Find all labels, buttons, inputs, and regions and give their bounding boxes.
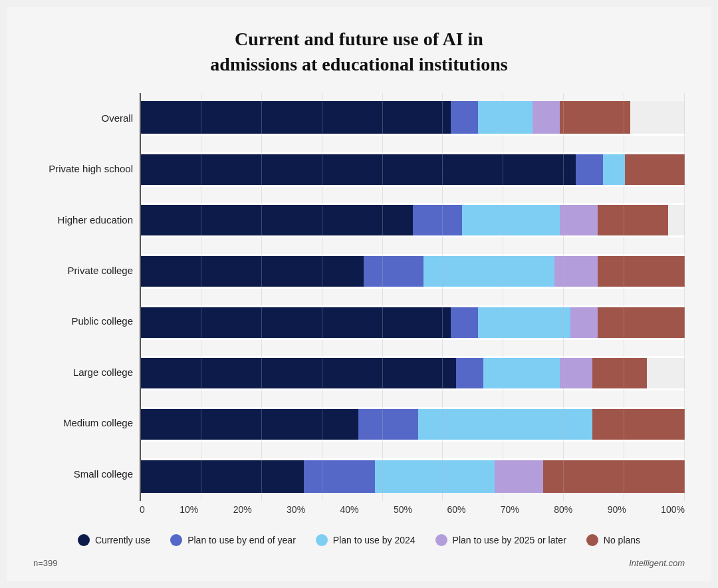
legend-label: Plan to use by 2025 or later <box>453 535 566 545</box>
bar-segment <box>451 101 478 134</box>
bar-segment <box>141 460 304 493</box>
sample-size: n=399 <box>33 558 58 568</box>
bar-segment <box>598 307 685 338</box>
x-tick: 100% <box>661 504 685 515</box>
bar-segment <box>598 256 685 287</box>
y-label: Private college <box>33 265 133 277</box>
x-tick: 70% <box>501 504 519 515</box>
legend-label: No plans <box>604 535 640 545</box>
legend-dot <box>586 534 598 546</box>
x-tick: 0 <box>140 504 145 515</box>
legend-item: Currently use <box>78 534 150 546</box>
x-tick: 40% <box>340 504 359 515</box>
bar-segment <box>603 154 625 185</box>
bar-segment <box>560 358 592 388</box>
bar-segment <box>625 154 685 185</box>
legend-item: Plan to use by 2025 or later <box>435 534 566 546</box>
y-label: Overall <box>33 112 133 124</box>
bar-segment <box>495 460 544 493</box>
bar-segment <box>554 256 598 287</box>
bar-segment <box>456 358 483 388</box>
chart-container: Current and future use of AI in admissio… <box>7 7 711 581</box>
legend-label: Plan to use by end of year <box>187 535 296 545</box>
x-tick: 90% <box>608 504 626 515</box>
legend-dot <box>316 534 328 546</box>
bar-row <box>141 101 685 136</box>
bar-segment <box>141 205 413 235</box>
bar-segment <box>478 307 570 338</box>
y-label: Medium college <box>33 417 133 429</box>
title-line2: admissions at educational institutions <box>210 54 507 74</box>
y-label: Small college <box>33 468 133 480</box>
bar-row <box>141 356 685 390</box>
y-label: Private high school <box>33 163 133 175</box>
bar-segment <box>592 358 647 388</box>
bar-segment <box>462 205 560 235</box>
legend-item: Plan to use by 2024 <box>316 534 416 546</box>
y-label: Public college <box>33 315 133 327</box>
bar-segment <box>423 256 554 287</box>
bar-segment <box>592 409 685 440</box>
y-label: Higher education <box>33 214 133 226</box>
source: Intelligent.com <box>629 558 685 568</box>
bar-segment <box>141 409 358 440</box>
bar-row <box>141 407 685 442</box>
bar-segment <box>451 307 478 338</box>
y-axis-labels: OverallPrivate high schoolHigher educati… <box>33 93 140 519</box>
bar-segment <box>533 101 560 134</box>
bars-section: OverallPrivate high schoolHigher educati… <box>33 93 685 519</box>
bar-segment <box>478 101 533 134</box>
x-tick: 30% <box>287 504 305 515</box>
bar-segment <box>598 205 668 235</box>
footer: n=399 Intelligent.com <box>33 558 685 568</box>
x-axis: 010%20%30%40%50%60%70%80%90%100% <box>140 501 685 519</box>
bar-segment <box>560 205 598 235</box>
bar-row <box>141 152 685 187</box>
legend: Currently usePlan to use by end of yearP… <box>33 527 685 553</box>
x-tick: 80% <box>554 504 572 515</box>
bar-segment <box>141 256 364 287</box>
legend-dot <box>435 534 447 546</box>
legend-item: Plan to use by end of year <box>170 534 296 546</box>
bar-segment <box>304 460 374 493</box>
bar-row <box>141 254 685 289</box>
bars-wrapper <box>140 93 685 501</box>
title-line1: Current and future use of AI in <box>235 29 483 49</box>
x-tick: 50% <box>394 504 412 515</box>
x-tick: 10% <box>180 504 198 515</box>
bar-segment <box>141 358 456 388</box>
bar-segment <box>576 154 603 185</box>
bar-segment <box>375 460 495 493</box>
bar-segment <box>141 101 451 134</box>
legend-dot <box>170 534 182 546</box>
bar-segment <box>418 409 592 440</box>
bar-row <box>141 305 685 340</box>
legend-dot <box>78 534 90 546</box>
x-tick: 20% <box>233 504 252 515</box>
bar-segment <box>358 409 418 440</box>
bar-segment <box>141 154 576 185</box>
chart-area: OverallPrivate high schoolHigher educati… <box>33 93 685 519</box>
bars-and-xaxis: 010%20%30%40%50%60%70%80%90%100% <box>140 93 685 519</box>
bar-segment <box>543 460 685 493</box>
bar-segment <box>560 101 630 134</box>
legend-item: No plans <box>586 534 640 546</box>
bar-segment <box>483 358 560 388</box>
bar-segment <box>413 205 462 235</box>
x-tick: 60% <box>447 504 465 515</box>
bar-segment <box>570 307 598 338</box>
bar-segment <box>141 307 451 338</box>
y-label: Large college <box>33 367 133 378</box>
chart-title: Current and future use of AI in admissio… <box>33 27 685 77</box>
bar-row <box>141 458 685 493</box>
legend-label: Plan to use by 2024 <box>333 535 416 545</box>
bar-segment <box>364 256 423 287</box>
bar-row <box>141 203 685 237</box>
legend-label: Currently use <box>95 535 150 545</box>
